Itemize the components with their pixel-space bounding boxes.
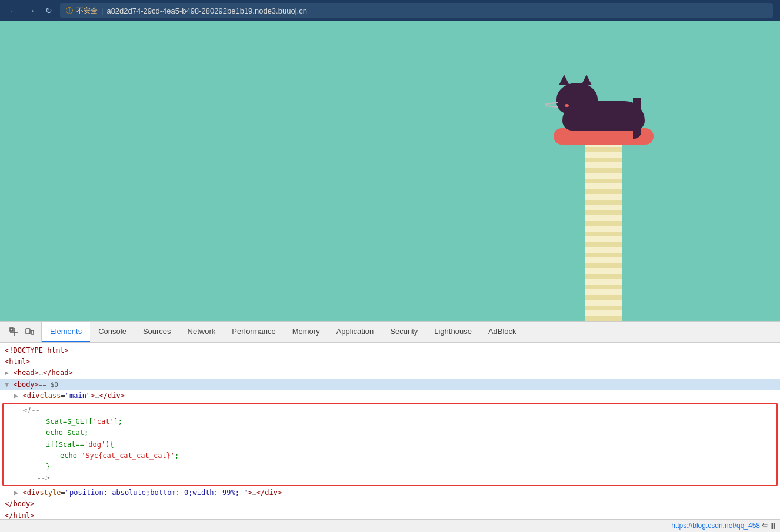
devtools-toolbar: Elements Console Sources Network Perform… xyxy=(0,322,780,343)
devtools-tab-bar: Elements Console Sources Network Perform… xyxy=(42,322,778,342)
comment-line-1: $cat=$_GET['cat']; xyxy=(18,416,776,427)
inspector-icon[interactable] xyxy=(7,325,21,339)
insecure-icon: ⓘ xyxy=(66,6,73,16)
devtools-icon-group xyxy=(2,322,42,342)
comment-line-5: } xyxy=(18,461,776,473)
forward-button[interactable]: → xyxy=(25,4,38,17)
html-line-div-style[interactable]: ▶ <div style="position: absolute;bottom:… xyxy=(0,487,780,498)
html-line-head[interactable]: ▶ <head>…</head> xyxy=(0,367,780,379)
html-line-html-close: </html> xyxy=(0,510,780,519)
watermark-link[interactable]: https://blog.csdn.net/qq_458 生 ||| xyxy=(671,521,775,530)
webpage-viewport: Syc{cat_cat_cat_cat} xyxy=(0,21,780,321)
devtools-statusbar: https://blog.csdn.net/qq_458 生 ||| xyxy=(0,519,780,532)
code-block-comment: <!-- $cat=$_GET['cat']; echo $cat; if($c… xyxy=(0,403,780,486)
tab-network[interactable]: Network xyxy=(179,322,224,342)
tab-sources[interactable]: Sources xyxy=(135,322,179,342)
svg-rect-3 xyxy=(26,329,30,334)
tab-lighthouse[interactable]: Lighthouse xyxy=(426,322,480,342)
comment-line-2: echo $cat; xyxy=(18,427,776,439)
browser-titlebar: ← → ↻ ⓘ 不安全 | a82d2d74-29cd-4ea5-b498-28… xyxy=(0,0,780,21)
html-line-div-main[interactable]: ▶ <div class="main" >…</div> xyxy=(0,390,780,401)
reload-button[interactable]: ↻ xyxy=(42,4,55,17)
elements-panel-content[interactable]: <!DOCTYPE html> <html> ▶ <head>…</head> … xyxy=(0,343,780,519)
device-toolbar-icon[interactable] xyxy=(22,325,36,339)
url-display: a82d2d74-29cd-4ea5-b498-280292be1b19.nod… xyxy=(106,6,306,15)
tab-performance[interactable]: Performance xyxy=(224,322,284,342)
separator: | xyxy=(101,6,103,15)
tab-console[interactable]: Console xyxy=(90,322,135,342)
cat-illustration: Syc{cat_cat_cat_cat} xyxy=(545,56,662,321)
svg-rect-4 xyxy=(31,330,34,334)
tab-application[interactable]: Application xyxy=(328,322,382,342)
back-button[interactable]: ← xyxy=(7,4,20,17)
comment-line-3: if($cat=='dog'){ xyxy=(18,439,776,450)
address-bar[interactable]: ⓘ 不安全 | a82d2d74-29cd-4ea5-b498-280292be… xyxy=(60,3,773,18)
svg-rect-0 xyxy=(10,328,13,331)
html-line-body-close: </body> xyxy=(0,498,780,510)
comment-line-close: --> xyxy=(18,473,776,484)
comment-line-open: <!-- xyxy=(18,405,776,416)
tab-adblock[interactable]: AdBlock xyxy=(480,322,525,342)
tab-security[interactable]: Security xyxy=(382,322,426,342)
comment-line-4: echo 'Syc{cat_cat_cat_cat}'; xyxy=(18,450,776,461)
insecure-label: 不安全 xyxy=(76,6,98,16)
html-line-html: <html> xyxy=(0,356,780,367)
html-line-body[interactable]: ▼ <body> == $0 xyxy=(0,379,780,390)
tab-memory[interactable]: Memory xyxy=(284,322,328,342)
devtools-panel: Elements Console Sources Network Perform… xyxy=(0,321,780,532)
html-line-doctype: <!DOCTYPE html> xyxy=(0,345,780,356)
code-block-inner: <!-- $cat=$_GET['cat']; echo $cat; if($c… xyxy=(2,403,778,486)
tab-elements[interactable]: Elements xyxy=(42,322,90,342)
